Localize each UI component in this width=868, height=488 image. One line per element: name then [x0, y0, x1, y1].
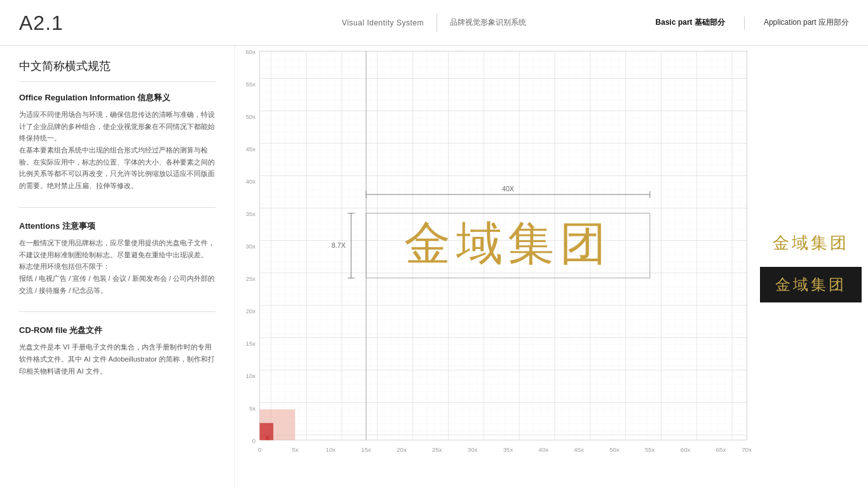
svg-text:65x: 65x — [716, 446, 726, 453]
svg-text:50x: 50x — [609, 446, 620, 453]
nav-basic[interactable]: Basic part 基础部分 — [656, 17, 725, 28]
svg-text:70x: 70x — [742, 446, 752, 453]
example-black-box: 金域集团 — [760, 267, 862, 302]
svg-text:60x: 60x — [246, 48, 256, 55]
subsection-cdrom-body: 光盘文件是本 VI 手册电子文件的集合，内含手册制作时的专用软件格式文件。其中 … — [19, 341, 215, 377]
svg-text:金域集团: 金域集团 — [404, 218, 611, 269]
subsection-attentions: Attentions 注意事项 在一般情况下使用品牌标志，应尽量使用提供的光盘电… — [19, 220, 215, 296]
svg-text:50x: 50x — [246, 113, 256, 120]
svg-text:35x: 35x — [503, 446, 513, 453]
main-content: 中文简称横式规范 Office Regulation Information 信… — [0, 46, 868, 488]
svg-text:15x: 15x — [246, 340, 256, 347]
svg-text:0: 0 — [258, 446, 261, 453]
example-white-text: 金域集团 — [775, 276, 846, 293]
svg-text:25x: 25x — [432, 446, 442, 453]
subsection-info: Office Regulation Information 信息释义 为适应不同… — [19, 92, 215, 192]
svg-text:10x: 10x — [326, 446, 336, 453]
svg-text:45x: 45x — [574, 446, 584, 453]
subsection-cdrom-title: CD-ROM file 光盘文件 — [19, 325, 215, 336]
page-code: A2.1 — [19, 11, 64, 34]
sub-divider-1 — [19, 207, 215, 208]
svg-text:30x: 30x — [246, 243, 256, 250]
svg-text:5x: 5x — [292, 446, 298, 453]
center-divider — [437, 13, 437, 32]
subsection-info-title: Office Regulation Information 信息释义 — [19, 92, 215, 104]
grid-svg: 60x 55x 50x 45x 40x 35x 30x 25x 20x 15x … — [235, 46, 754, 488]
nav-application[interactable]: Application part 应用部分 — [764, 17, 849, 28]
svg-text:x: x — [265, 433, 270, 442]
vis-system-en: Visual Identity System — [342, 18, 424, 27]
subsection-attentions-title: Attentions 注意事项 — [19, 220, 215, 232]
svg-text:30x: 30x — [468, 446, 478, 453]
header-center: Visual Identity System 品牌视觉形象识别系统 — [342, 13, 526, 32]
svg-text:8.7X: 8.7X — [332, 241, 346, 249]
svg-text:35x: 35x — [246, 210, 256, 217]
svg-text:40X: 40X — [502, 185, 514, 193]
svg-text:15x: 15x — [361, 446, 371, 453]
svg-text:60x: 60x — [681, 446, 691, 453]
svg-text:40x: 40x — [246, 178, 256, 185]
svg-text:55x: 55x — [645, 446, 655, 453]
svg-text:40x: 40x — [539, 446, 549, 453]
example-gold-text: 金域集团 — [773, 232, 849, 254]
svg-text:20x: 20x — [246, 308, 256, 315]
header: A2.1 Visual Identity System 品牌视觉形象识别系统 B… — [0, 0, 868, 46]
header-right: Basic part 基础部分 Application part 应用部分 — [656, 17, 849, 29]
grid-area: 60x 55x 50x 45x 40x 35x 30x 25x 20x 15x … — [235, 46, 754, 488]
section-title: 中文简称横式规范 — [19, 58, 215, 82]
subsection-cdrom: CD-ROM file 光盘文件 光盘文件是本 VI 手册电子文件的集合，内含手… — [19, 325, 215, 377]
vis-system-cn: 品牌视觉形象识别系统 — [450, 17, 526, 28]
subsection-info-body: 为适应不同使用场合与环境，确保信息传达的清晰与准确，特设计了企业品牌的多种组合，… — [19, 109, 215, 192]
header-left: A2.1 — [19, 11, 64, 34]
subsection-attentions-body: 在一般情况下使用品牌标志，应尽量使用提供的光盘电子文件，不建议使用标准制图绘制标… — [19, 237, 215, 296]
svg-text:5x: 5x — [249, 405, 255, 412]
svg-text:20x: 20x — [397, 446, 407, 453]
side-examples: 金域集团 金域集团 — [754, 46, 868, 488]
left-panel: 中文简称横式规范 Office Regulation Information 信… — [0, 46, 235, 488]
svg-text:0: 0 — [252, 437, 255, 444]
svg-text:45x: 45x — [246, 146, 256, 152]
nav-divider — [744, 17, 745, 29]
svg-text:25x: 25x — [246, 275, 256, 282]
svg-text:10x: 10x — [246, 372, 256, 379]
sub-divider-2 — [19, 311, 215, 312]
svg-text:55x: 55x — [246, 81, 256, 88]
